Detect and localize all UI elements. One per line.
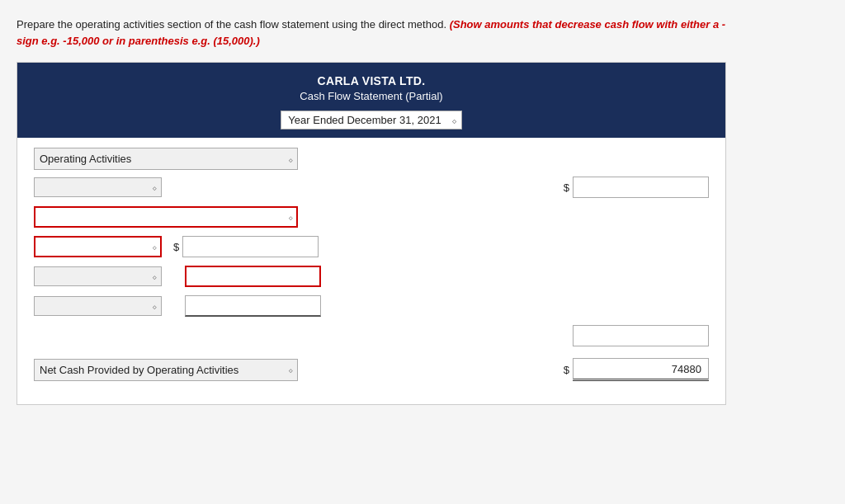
row5-select[interactable] — [34, 296, 162, 316]
net-cash-select-field[interactable]: Net Cash Provided by Operating Activitie… — [34, 359, 298, 381]
row1-select-field[interactable] — [34, 177, 162, 197]
subtotal-row — [34, 325, 709, 346]
company-name: CARLA VISTA LTD. — [26, 74, 717, 87]
statement-body: Operating Activities $ — [17, 138, 725, 404]
row-4 — [34, 266, 709, 287]
row1-select[interactable] — [34, 177, 162, 197]
row1-select-container[interactable] — [34, 177, 174, 197]
row5-mid-input[interactable] — [185, 295, 321, 317]
row-5 — [34, 295, 709, 317]
row2-select-field[interactable] — [34, 206, 298, 228]
row3-select[interactable] — [34, 236, 162, 257]
row1-dollar-sign: $ — [564, 181, 569, 194]
row-2 — [34, 206, 709, 228]
row1-right-input[interactable] — [573, 177, 709, 198]
row3-mid-dollar-area: $ — [173, 236, 319, 257]
row4-mid-area — [185, 266, 321, 287]
instructions-text: Prepare the operating activities section… — [17, 18, 446, 31]
operating-activities-select[interactable]: Operating Activities — [34, 148, 298, 170]
net-cash-row: Net Cash Provided by Operating Activitie… — [34, 358, 709, 381]
net-cash-right-area: $ 74880 — [564, 358, 709, 381]
net-cash-select[interactable]: Net Cash Provided by Operating Activitie… — [34, 359, 298, 381]
row-1: $ — [34, 177, 709, 198]
year-select-container[interactable]: Year Ended December 31, 2021 — [281, 111, 462, 130]
row5-select-field[interactable] — [34, 296, 162, 316]
col-label-operating: Operating Activities — [34, 148, 314, 170]
net-cash-value-box: 74880 — [573, 358, 709, 381]
statement-title: Cash Flow Statement (Partial) — [26, 90, 717, 102]
row3-mid-input[interactable] — [182, 236, 319, 257]
row3-dollar-sign: $ — [173, 241, 179, 253]
instructions-block: Prepare the operating activities section… — [17, 16, 726, 49]
row4-select[interactable] — [34, 266, 162, 286]
row3-select-field[interactable] — [34, 236, 162, 257]
row4-mid-input[interactable] — [185, 266, 321, 287]
row1-right-dollar-area: $ — [564, 177, 709, 198]
net-cash-value: 74880 — [672, 363, 701, 375]
net-cash-dollar-sign: $ — [564, 364, 569, 376]
row-3: $ — [34, 236, 709, 257]
statement-header: CARLA VISTA LTD. Cash Flow Statement (Pa… — [17, 63, 725, 138]
year-select[interactable]: Year Ended December 31, 2021 — [281, 111, 462, 130]
statement-container: CARLA VISTA LTD. Cash Flow Statement (Pa… — [17, 62, 726, 405]
row5-mid-area — [185, 295, 321, 317]
operating-select-field[interactable]: Operating Activities — [34, 148, 298, 170]
subtotal-input[interactable] — [573, 325, 709, 346]
row4-select-field[interactable] — [34, 266, 162, 286]
operating-activities-row: Operating Activities — [34, 148, 709, 170]
row2-select[interactable] — [34, 206, 298, 228]
